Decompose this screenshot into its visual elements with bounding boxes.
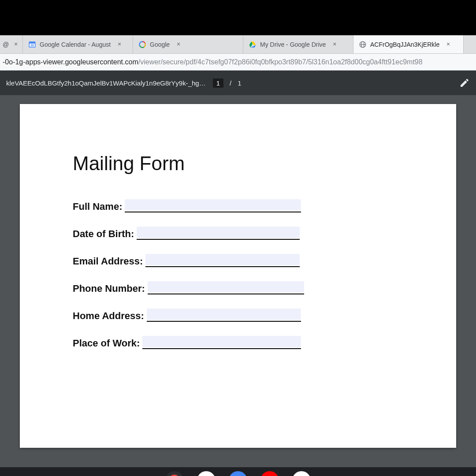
form-row: Home Address: [73, 310, 403, 322]
chrome-icon[interactable] [165, 471, 184, 476]
form-row: Place of Work: [73, 338, 403, 349]
pdf-toolbar: kleVAEEcOdLBGtfy2h1oQamJelBv1WAPcKialy1n… [0, 71, 476, 95]
browser-tabstrip: @g × 20 Google Calendar - August × Googl… [0, 35, 476, 54]
tab-label: Google [150, 41, 170, 48]
close-icon[interactable]: × [445, 41, 452, 48]
close-icon[interactable]: × [116, 41, 123, 48]
browser-tab-active[interactable]: ACFrOgBqJJAn3KjERkle × [353, 35, 464, 53]
form-row: Phone Number: [73, 283, 403, 294]
gmail-icon[interactable] [197, 471, 216, 476]
drive-icon [249, 41, 257, 48]
field-input-line[interactable] [148, 284, 304, 294]
browser-tab[interactable]: Google × [133, 35, 243, 53]
close-icon[interactable]: × [14, 41, 18, 48]
pencil-icon[interactable] [459, 78, 470, 88]
form-row: Date of Birth: [73, 228, 403, 240]
svg-text:20: 20 [30, 43, 34, 46]
field-input-line[interactable] [125, 202, 301, 212]
field-label: Home Address: [73, 310, 144, 322]
tab-label: My Drive - Google Drive [260, 41, 326, 48]
globe-icon [359, 41, 367, 48]
pdf-current-page[interactable]: 1 [213, 78, 223, 88]
pdf-filename: kleVAEEcOdLBGtfy2h1oQamJelBv1WAPcKialy1n… [6, 79, 206, 87]
docs-icon[interactable] [229, 471, 247, 476]
close-icon[interactable]: × [331, 41, 338, 48]
field-label: Email Address: [73, 256, 143, 267]
google-icon [138, 41, 146, 48]
field-input-line[interactable] [147, 311, 301, 322]
field-label: Date of Birth: [73, 228, 134, 240]
tab-label: Google Calendar - August [40, 41, 111, 48]
field-input-line[interactable] [145, 257, 300, 267]
calendar-icon: 20 [28, 41, 36, 48]
tab-label: ACFrOgBqJJAn3KjERkle [370, 41, 439, 48]
pdf-viewer-area[interactable]: Mailing Form Full Name: Date of Birth: E… [0, 95, 476, 467]
field-label: Place of Work: [73, 338, 140, 349]
pdf-page: Mailing Form Full Name: Date of Birth: E… [20, 104, 456, 448]
form-row: Email Address: [73, 256, 403, 267]
play-store-icon[interactable] [292, 471, 311, 476]
field-label: Full Name: [73, 201, 122, 212]
browser-tab[interactable]: @g × [0, 35, 23, 53]
browser-tab[interactable]: 20 Google Calendar - August × [23, 35, 133, 53]
field-input-line[interactable] [137, 229, 300, 240]
form-row: Full Name: [73, 201, 403, 212]
youtube-icon[interactable] [260, 471, 279, 476]
tab-label: @g [3, 41, 8, 48]
omnibox[interactable]: -0o-1g-apps-viewer.googleusercontent.com… [0, 54, 476, 71]
browser-tab[interactable]: My Drive - Google Drive × [243, 35, 353, 53]
pdf-total-pages: 1 [238, 79, 241, 87]
field-label: Phone Number: [73, 283, 145, 294]
url-path: /viewer/secure/pdf/4c7tsefg07f2p86i0fq0b… [138, 58, 423, 66]
document-title: Mailing Form [73, 152, 403, 175]
field-input-line[interactable] [142, 338, 301, 349]
url-host: -0o-1g-apps-viewer.googleusercontent.com [3, 58, 138, 66]
close-icon[interactable]: × [175, 41, 182, 48]
shelf [0, 467, 476, 476]
pdf-page-separator: / [230, 79, 231, 87]
